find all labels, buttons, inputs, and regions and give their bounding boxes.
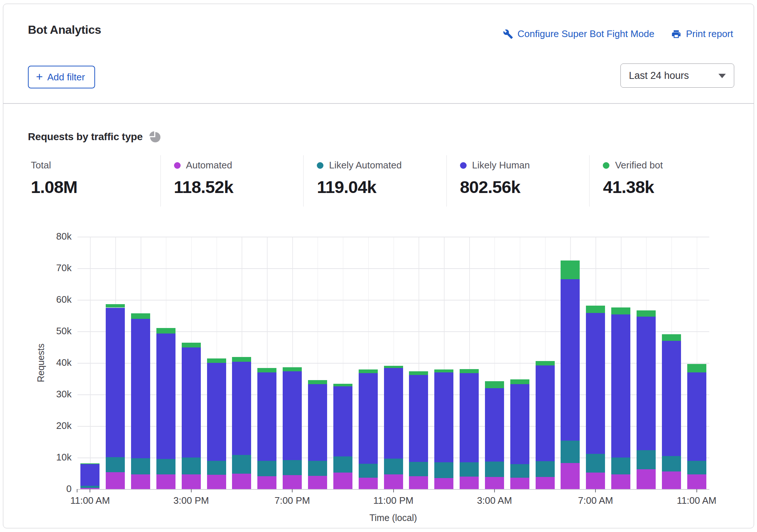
- stacked-bar-hour-24[interactable]: [687, 364, 706, 489]
- stacked-bar-hour-3[interactable]: [156, 328, 175, 489]
- y-axis-tick-label: 60k: [42, 294, 72, 305]
- x-axis-tick: [90, 489, 90, 492]
- segment-likely-automated: [536, 461, 555, 477]
- segment-likely-automated: [460, 462, 479, 477]
- stacked-bar-hour-2[interactable]: [131, 313, 150, 489]
- segment-verified-bot: [359, 369, 378, 373]
- segment-verified-bot: [561, 260, 580, 280]
- stacked-bar-hour-7[interactable]: [257, 368, 276, 489]
- x-axis-tick-label: 7:00 PM: [259, 495, 325, 506]
- stat-likely-automated[interactable]: Likely Automated 119.04k: [303, 155, 446, 207]
- add-filter-button[interactable]: + Add filter: [28, 66, 95, 88]
- stacked-bar-hour-22[interactable]: [637, 310, 656, 489]
- segment-likely-human: [536, 365, 555, 461]
- stacked-bar-hour-18[interactable]: [536, 361, 555, 489]
- segment-automated: [536, 477, 555, 489]
- time-range-select[interactable]: Last 24 hours: [620, 63, 734, 88]
- segment-automated: [232, 474, 251, 489]
- segment-verified-bot: [409, 371, 428, 375]
- x-axis-tick-label: 11:00 PM: [361, 495, 427, 506]
- segment-automated: [106, 472, 125, 489]
- segment-verified-bot: [536, 361, 555, 365]
- segment-likely-automated: [106, 457, 125, 472]
- stat-total[interactable]: Total 1.08M: [28, 155, 160, 207]
- automated-dot: [174, 162, 181, 169]
- segment-likely-human: [586, 313, 605, 454]
- stacked-bar-hour-23[interactable]: [662, 334, 681, 489]
- segment-likely-human: [156, 334, 175, 459]
- segment-verified-bot: [207, 358, 226, 363]
- stacked-bar-hour-20[interactable]: [586, 306, 605, 489]
- segment-verified-bot: [434, 369, 453, 372]
- stat-total-label: Total: [31, 160, 51, 171]
- header-links: Configure Super Bot Fight Mode Print rep…: [503, 28, 733, 40]
- stacked-bar-hour-8[interactable]: [283, 367, 302, 489]
- stacked-bar-hour-17[interactable]: [510, 379, 529, 489]
- x-axis-tick: [494, 489, 495, 492]
- stacked-bar-hour-21[interactable]: [611, 307, 630, 489]
- segment-likely-human: [409, 375, 428, 462]
- segment-likely-automated: [586, 454, 605, 473]
- stacked-bar-hour-5[interactable]: [207, 358, 226, 489]
- segment-likely-automated: [232, 455, 251, 474]
- x-axis-edge-tick: [77, 489, 77, 492]
- stat-likely-human[interactable]: Likely Human 802.56k: [446, 155, 590, 207]
- horizontal-gridline: [77, 237, 709, 237]
- segment-likely-automated: [131, 458, 150, 474]
- stacked-bar-hour-9[interactable]: [308, 380, 327, 489]
- stacked-bar-hour-16[interactable]: [485, 381, 504, 489]
- stacked-bar-hour-15[interactable]: [460, 369, 479, 489]
- segment-verified-bot: [637, 310, 656, 316]
- segment-verified-bot: [308, 380, 327, 384]
- stat-verified-bot[interactable]: Verified bot 41.38k: [589, 155, 732, 207]
- horizontal-gridline: [77, 300, 709, 300]
- stacked-bar-hour-14[interactable]: [434, 369, 453, 489]
- segment-automated: [384, 474, 403, 489]
- y-axis-tick-label: 70k: [42, 262, 72, 274]
- stacked-bar-hour-6[interactable]: [232, 357, 251, 489]
- segment-likely-human: [131, 319, 150, 458]
- segment-likely-human: [434, 372, 453, 462]
- x-axis-tick: [595, 489, 596, 492]
- stat-likely-human-value: 802.56k: [460, 177, 586, 197]
- add-filter-label: Add filter: [47, 72, 85, 83]
- segment-likely-human: [662, 341, 681, 456]
- stacked-bar-hour-19[interactable]: [561, 260, 580, 489]
- segment-likely-human: [308, 384, 327, 461]
- y-axis-tick-label: 0: [42, 483, 72, 495]
- bot-analytics-card: Bot Analytics Configure Super Bot Fight …: [3, 4, 754, 528]
- stacked-bar-hour-1[interactable]: [106, 304, 125, 489]
- stat-likely-automated-value: 119.04k: [317, 177, 443, 197]
- segment-automated: [434, 478, 453, 489]
- segment-likely-automated: [561, 441, 580, 463]
- stacked-bar-hour-11[interactable]: [359, 369, 378, 489]
- segment-likely-automated: [359, 464, 378, 478]
- x-axis-title: Time (local): [338, 513, 448, 523]
- segment-automated: [637, 469, 656, 489]
- segment-verified-bot: [131, 313, 150, 319]
- stacked-bar-hour-12[interactable]: [384, 366, 403, 489]
- segment-likely-human: [283, 371, 302, 460]
- stat-likely-human-label: Likely Human: [472, 160, 530, 171]
- stacked-bar-hour-4[interactable]: [182, 343, 201, 489]
- segment-likely-automated: [384, 459, 403, 474]
- segment-likely-automated: [308, 461, 327, 476]
- print-report-link[interactable]: Print report: [671, 28, 733, 40]
- stacked-bar-hour-10[interactable]: [333, 384, 352, 489]
- segment-likely-human: [333, 386, 352, 457]
- x-axis-tick: [292, 489, 293, 492]
- segment-likely-human: [687, 372, 706, 461]
- likely-human-dot: [460, 162, 467, 169]
- stat-automated[interactable]: Automated 118.52k: [160, 155, 304, 207]
- stacked-bar-hour-0[interactable]: [80, 463, 99, 489]
- y-axis-tick-label: 10k: [42, 452, 72, 463]
- x-axis-tick-label: 11:00 AM: [57, 495, 123, 506]
- vertical-gridline: [90, 237, 91, 489]
- segment-verified-bot: [257, 368, 276, 372]
- segment-verified-bot: [384, 366, 403, 368]
- likely-automated-dot: [317, 162, 323, 169]
- y-axis-tick-label: 20k: [42, 420, 72, 431]
- stacked-bar-hour-13[interactable]: [409, 371, 428, 489]
- segment-automated: [460, 477, 479, 489]
- configure-super-bot-fight-mode-link[interactable]: Configure Super Bot Fight Mode: [503, 28, 655, 40]
